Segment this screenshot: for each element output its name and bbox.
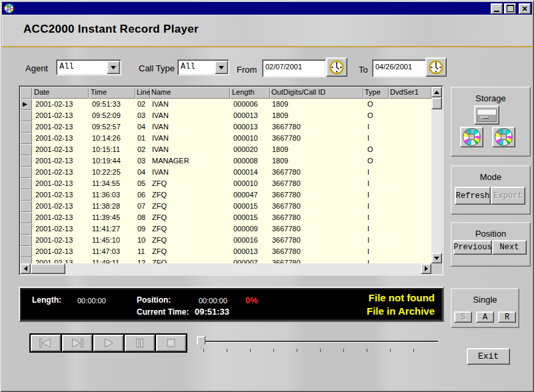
table-cell[interactable]: 12 <box>135 257 150 263</box>
vertical-scroll-thumb[interactable] <box>431 97 442 109</box>
table-cell[interactable]: 000020 <box>230 144 270 155</box>
table-cell[interactable]: 2001-02-13 <box>32 178 89 189</box>
table-cell[interactable]: ZFQ <box>150 212 230 223</box>
single-r-button[interactable]: R <box>498 311 516 323</box>
table-cell[interactable]: 000013 <box>230 110 270 121</box>
table-cell[interactable] <box>389 189 431 201</box>
table-cell[interactable]: 09 <box>135 223 150 235</box>
maximize-button[interactable] <box>504 3 516 14</box>
table-cell[interactable]: I <box>363 189 389 201</box>
table-cell[interactable]: O <box>363 110 389 121</box>
pause-button[interactable] <box>125 335 155 351</box>
table-cell[interactable]: 09:52:09 <box>89 110 135 121</box>
table-cell[interactable] <box>389 257 431 263</box>
exit-button[interactable]: Exit <box>467 348 510 365</box>
row-selector[interactable] <box>20 178 32 189</box>
table-cell[interactable]: IVAN <box>150 121 230 133</box>
table-cell[interactable] <box>389 167 431 178</box>
vertical-scrollbar[interactable] <box>431 87 442 263</box>
row-selector[interactable] <box>20 212 32 223</box>
table-cell[interactable]: IVAN <box>150 167 230 178</box>
cd-archive-button-2[interactable] <box>492 127 515 147</box>
table-cell[interactable]: 000015 <box>230 212 270 223</box>
row-selector[interactable]: ▶ <box>20 99 32 110</box>
table-cell[interactable]: 2001-02-13 <box>32 167 89 178</box>
table-cell[interactable]: 11:38:28 <box>89 201 135 212</box>
table-cell[interactable]: ZFQ <box>150 189 230 201</box>
table-cell[interactable]: 08 <box>135 212 150 223</box>
table-cell[interactable] <box>389 110 431 121</box>
column-header-time[interactable]: Time <box>89 87 135 99</box>
table-cell[interactable]: 000015 <box>230 201 270 212</box>
horizontal-scrollbar[interactable] <box>20 263 431 274</box>
from-date-field[interactable]: 02/07/2001 <box>262 59 326 77</box>
row-selector[interactable] <box>20 223 32 235</box>
table-cell[interactable]: 11 <box>135 246 150 257</box>
table-cell[interactable]: 10:19:44 <box>89 155 135 167</box>
table-row[interactable]: 2001-02-1311:36:0306ZFQ0000473667780I <box>20 189 431 201</box>
table-cell[interactable]: 2001-02-13 <box>32 110 89 121</box>
table-row[interactable]: 2001-02-1310:14:2601IVAN0000103667780I <box>20 133 431 144</box>
table-cell[interactable]: 2001-02-13 <box>32 99 89 110</box>
table-cell[interactable]: 2001-02-13 <box>32 246 89 257</box>
table-cell[interactable]: 3667780 <box>270 212 363 223</box>
table-cell[interactable]: 11:45:10 <box>89 235 135 246</box>
table-cell[interactable]: 10:14:26 <box>89 133 135 144</box>
agent-combobox[interactable]: All <box>56 59 121 75</box>
row-selector[interactable] <box>20 133 32 144</box>
column-header-line[interactable]: Line <box>135 87 150 99</box>
table-cell[interactable]: 2001-02-13 <box>32 212 89 223</box>
table-row[interactable]: 2001-02-1309:52:5704IVAN0000133667780I <box>20 121 431 133</box>
table-cell[interactable]: 11:41:27 <box>89 223 135 235</box>
table-cell[interactable]: 09:52:57 <box>89 121 135 133</box>
table-cell[interactable]: I <box>363 121 389 133</box>
table-cell[interactable]: 000014 <box>230 167 270 178</box>
slider-thumb[interactable] <box>197 336 205 349</box>
single-s-button[interactable]: S <box>454 311 472 323</box>
minimize-button[interactable] <box>491 3 503 14</box>
table-cell[interactable] <box>389 201 431 212</box>
table-cell[interactable]: 000007 <box>230 257 270 263</box>
from-clock-button[interactable] <box>326 57 347 77</box>
table-cell[interactable] <box>389 223 431 235</box>
column-header-outdigits[interactable]: OutDigits/Call ID <box>270 87 363 99</box>
table-row[interactable]: 2001-02-1311:45:1010ZFQ0000163667780I <box>20 235 431 246</box>
seek-slider[interactable] <box>195 335 442 353</box>
table-cell[interactable]: I <box>363 223 389 235</box>
table-cell[interactable]: 000006 <box>230 99 270 110</box>
table-cell[interactable]: 3667780 <box>270 167 363 178</box>
table-cell[interactable]: 07 <box>135 201 150 212</box>
table-cell[interactable] <box>389 212 431 223</box>
table-cell[interactable]: 05 <box>135 178 150 189</box>
table-cell[interactable]: 1809 <box>270 99 363 110</box>
table-cell[interactable]: 000009 <box>230 223 270 235</box>
table-row[interactable]: 2001-02-1311:34:5505ZFQ0000103667780I <box>20 178 431 189</box>
table-cell[interactable]: O <box>363 155 389 167</box>
row-selector[interactable] <box>20 167 32 178</box>
table-cell[interactable]: 03 <box>135 110 150 121</box>
table-cell[interactable]: I <box>363 246 389 257</box>
column-header-length[interactable]: Length <box>230 87 270 99</box>
table-cell[interactable]: MANAGER <box>150 155 230 167</box>
table-cell[interactable]: 2001-02-13 <box>32 133 89 144</box>
table-cell[interactable]: IVAN <box>150 133 230 144</box>
table-row[interactable]: 2001-02-1310:19:4403MANAGER0000081809O <box>20 155 431 167</box>
table-cell[interactable]: I <box>363 212 389 223</box>
table-cell[interactable]: 09:51:33 <box>89 99 135 110</box>
table-cell[interactable]: 2001-02-13 <box>32 155 89 167</box>
table-cell[interactable]: 02 <box>135 144 150 155</box>
to-date-field[interactable]: 04/26/2001 <box>372 59 427 77</box>
table-cell[interactable]: 1809 <box>270 144 363 155</box>
table-row[interactable]: 2001-02-1309:52:0903IVAN0000131809O <box>20 110 431 121</box>
table-cell[interactable] <box>389 121 431 133</box>
table-cell[interactable]: 3667780 <box>270 257 363 263</box>
table-cell[interactable]: 000047 <box>230 189 270 201</box>
row-selector[interactable] <box>20 155 32 167</box>
export-button[interactable]: Export <box>491 187 525 205</box>
table-cell[interactable]: 11:47:03 <box>89 246 135 257</box>
call-type-dropdown-button[interactable] <box>215 61 228 74</box>
column-header-date[interactable]: Date <box>32 87 89 99</box>
table-cell[interactable]: IVAN <box>150 110 230 121</box>
table-cell[interactable]: 06 <box>135 189 150 201</box>
table-cell[interactable]: 2001-02-13 <box>32 189 89 201</box>
